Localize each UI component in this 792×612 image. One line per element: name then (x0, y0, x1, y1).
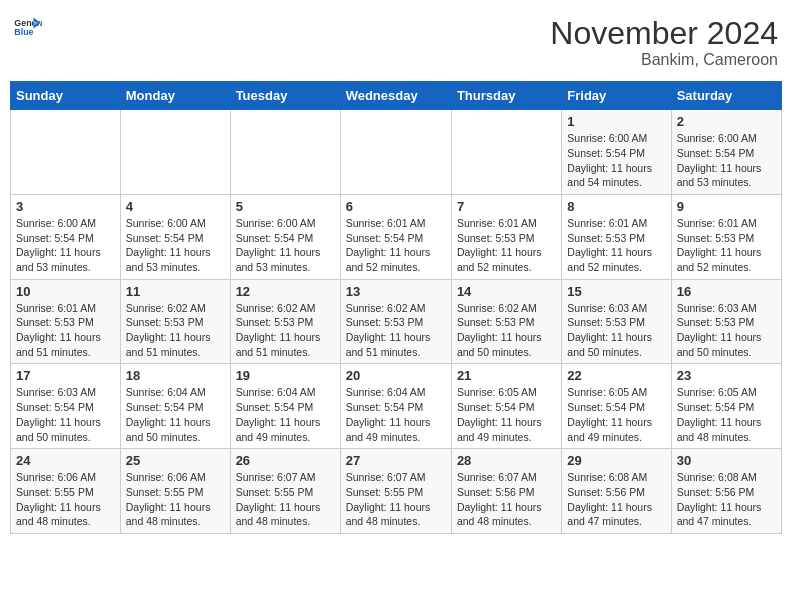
day-cell: 21Sunrise: 6:05 AM Sunset: 5:54 PM Dayli… (451, 364, 561, 449)
day-info: Sunrise: 6:07 AM Sunset: 5:55 PM Dayligh… (346, 470, 446, 529)
day-number: 22 (567, 368, 665, 383)
calendar-header-row: SundayMondayTuesdayWednesdayThursdayFrid… (11, 82, 782, 110)
day-number: 11 (126, 284, 225, 299)
day-number: 9 (677, 199, 776, 214)
day-cell: 17Sunrise: 6:03 AM Sunset: 5:54 PM Dayli… (11, 364, 121, 449)
day-info: Sunrise: 6:02 AM Sunset: 5:53 PM Dayligh… (236, 301, 335, 360)
day-cell (451, 110, 561, 195)
day-info: Sunrise: 6:07 AM Sunset: 5:55 PM Dayligh… (236, 470, 335, 529)
day-cell: 10Sunrise: 6:01 AM Sunset: 5:53 PM Dayli… (11, 279, 121, 364)
day-number: 21 (457, 368, 556, 383)
day-cell: 28Sunrise: 6:07 AM Sunset: 5:56 PM Dayli… (451, 449, 561, 534)
day-info: Sunrise: 6:00 AM Sunset: 5:54 PM Dayligh… (677, 131, 776, 190)
header-wednesday: Wednesday (340, 82, 451, 110)
day-number: 30 (677, 453, 776, 468)
day-cell: 18Sunrise: 6:04 AM Sunset: 5:54 PM Dayli… (120, 364, 230, 449)
header-saturday: Saturday (671, 82, 781, 110)
day-cell: 19Sunrise: 6:04 AM Sunset: 5:54 PM Dayli… (230, 364, 340, 449)
day-info: Sunrise: 6:04 AM Sunset: 5:54 PM Dayligh… (346, 385, 446, 444)
day-info: Sunrise: 6:08 AM Sunset: 5:56 PM Dayligh… (567, 470, 665, 529)
day-number: 1 (567, 114, 665, 129)
day-number: 29 (567, 453, 665, 468)
day-cell: 24Sunrise: 6:06 AM Sunset: 5:55 PM Dayli… (11, 449, 121, 534)
day-info: Sunrise: 6:01 AM Sunset: 5:54 PM Dayligh… (346, 216, 446, 275)
day-cell: 9Sunrise: 6:01 AM Sunset: 5:53 PM Daylig… (671, 194, 781, 279)
day-cell: 15Sunrise: 6:03 AM Sunset: 5:53 PM Dayli… (562, 279, 671, 364)
day-cell (340, 110, 451, 195)
week-row-5: 24Sunrise: 6:06 AM Sunset: 5:55 PM Dayli… (11, 449, 782, 534)
day-info: Sunrise: 6:03 AM Sunset: 5:54 PM Dayligh… (16, 385, 115, 444)
day-cell: 30Sunrise: 6:08 AM Sunset: 5:56 PM Dayli… (671, 449, 781, 534)
day-cell: 3Sunrise: 6:00 AM Sunset: 5:54 PM Daylig… (11, 194, 121, 279)
day-info: Sunrise: 6:03 AM Sunset: 5:53 PM Dayligh… (677, 301, 776, 360)
calendar-table: SundayMondayTuesdayWednesdayThursdayFrid… (10, 81, 782, 534)
day-cell (11, 110, 121, 195)
day-cell: 13Sunrise: 6:02 AM Sunset: 5:53 PM Dayli… (340, 279, 451, 364)
day-number: 5 (236, 199, 335, 214)
day-info: Sunrise: 6:05 AM Sunset: 5:54 PM Dayligh… (567, 385, 665, 444)
day-info: Sunrise: 6:04 AM Sunset: 5:54 PM Dayligh… (126, 385, 225, 444)
day-number: 12 (236, 284, 335, 299)
location-subtitle: Bankim, Cameroon (550, 51, 778, 69)
day-number: 19 (236, 368, 335, 383)
title-block: November 2024 Bankim, Cameroon (550, 16, 778, 69)
day-number: 10 (16, 284, 115, 299)
day-info: Sunrise: 6:05 AM Sunset: 5:54 PM Dayligh… (457, 385, 556, 444)
day-info: Sunrise: 6:01 AM Sunset: 5:53 PM Dayligh… (567, 216, 665, 275)
day-info: Sunrise: 6:02 AM Sunset: 5:53 PM Dayligh… (346, 301, 446, 360)
day-number: 13 (346, 284, 446, 299)
logo: General Blue (14, 16, 42, 38)
day-info: Sunrise: 6:06 AM Sunset: 5:55 PM Dayligh… (126, 470, 225, 529)
day-cell: 11Sunrise: 6:02 AM Sunset: 5:53 PM Dayli… (120, 279, 230, 364)
day-number: 17 (16, 368, 115, 383)
page-header: General Blue November 2024 Bankim, Camer… (10, 10, 782, 75)
day-info: Sunrise: 6:01 AM Sunset: 5:53 PM Dayligh… (677, 216, 776, 275)
day-number: 2 (677, 114, 776, 129)
header-thursday: Thursday (451, 82, 561, 110)
month-year-title: November 2024 (550, 16, 778, 51)
day-number: 28 (457, 453, 556, 468)
day-info: Sunrise: 6:00 AM Sunset: 5:54 PM Dayligh… (126, 216, 225, 275)
week-row-2: 3Sunrise: 6:00 AM Sunset: 5:54 PM Daylig… (11, 194, 782, 279)
day-cell: 5Sunrise: 6:00 AM Sunset: 5:54 PM Daylig… (230, 194, 340, 279)
day-number: 24 (16, 453, 115, 468)
week-row-1: 1Sunrise: 6:00 AM Sunset: 5:54 PM Daylig… (11, 110, 782, 195)
day-number: 6 (346, 199, 446, 214)
day-cell: 14Sunrise: 6:02 AM Sunset: 5:53 PM Dayli… (451, 279, 561, 364)
day-cell: 7Sunrise: 6:01 AM Sunset: 5:53 PM Daylig… (451, 194, 561, 279)
day-info: Sunrise: 6:00 AM Sunset: 5:54 PM Dayligh… (236, 216, 335, 275)
day-cell: 12Sunrise: 6:02 AM Sunset: 5:53 PM Dayli… (230, 279, 340, 364)
day-cell (120, 110, 230, 195)
day-info: Sunrise: 6:00 AM Sunset: 5:54 PM Dayligh… (16, 216, 115, 275)
day-cell (230, 110, 340, 195)
day-info: Sunrise: 6:04 AM Sunset: 5:54 PM Dayligh… (236, 385, 335, 444)
day-info: Sunrise: 6:05 AM Sunset: 5:54 PM Dayligh… (677, 385, 776, 444)
day-number: 27 (346, 453, 446, 468)
day-number: 14 (457, 284, 556, 299)
day-cell: 26Sunrise: 6:07 AM Sunset: 5:55 PM Dayli… (230, 449, 340, 534)
day-number: 4 (126, 199, 225, 214)
day-cell: 25Sunrise: 6:06 AM Sunset: 5:55 PM Dayli… (120, 449, 230, 534)
day-cell: 4Sunrise: 6:00 AM Sunset: 5:54 PM Daylig… (120, 194, 230, 279)
day-number: 8 (567, 199, 665, 214)
day-cell: 22Sunrise: 6:05 AM Sunset: 5:54 PM Dayli… (562, 364, 671, 449)
header-monday: Monday (120, 82, 230, 110)
day-info: Sunrise: 6:01 AM Sunset: 5:53 PM Dayligh… (16, 301, 115, 360)
day-cell: 23Sunrise: 6:05 AM Sunset: 5:54 PM Dayli… (671, 364, 781, 449)
day-cell: 6Sunrise: 6:01 AM Sunset: 5:54 PM Daylig… (340, 194, 451, 279)
day-number: 16 (677, 284, 776, 299)
logo-icon: General Blue (14, 16, 42, 38)
day-number: 18 (126, 368, 225, 383)
header-friday: Friday (562, 82, 671, 110)
day-cell: 16Sunrise: 6:03 AM Sunset: 5:53 PM Dayli… (671, 279, 781, 364)
header-sunday: Sunday (11, 82, 121, 110)
day-info: Sunrise: 6:01 AM Sunset: 5:53 PM Dayligh… (457, 216, 556, 275)
day-number: 23 (677, 368, 776, 383)
day-cell: 29Sunrise: 6:08 AM Sunset: 5:56 PM Dayli… (562, 449, 671, 534)
day-number: 15 (567, 284, 665, 299)
day-info: Sunrise: 6:02 AM Sunset: 5:53 PM Dayligh… (126, 301, 225, 360)
day-info: Sunrise: 6:02 AM Sunset: 5:53 PM Dayligh… (457, 301, 556, 360)
day-info: Sunrise: 6:03 AM Sunset: 5:53 PM Dayligh… (567, 301, 665, 360)
day-number: 25 (126, 453, 225, 468)
day-cell: 8Sunrise: 6:01 AM Sunset: 5:53 PM Daylig… (562, 194, 671, 279)
